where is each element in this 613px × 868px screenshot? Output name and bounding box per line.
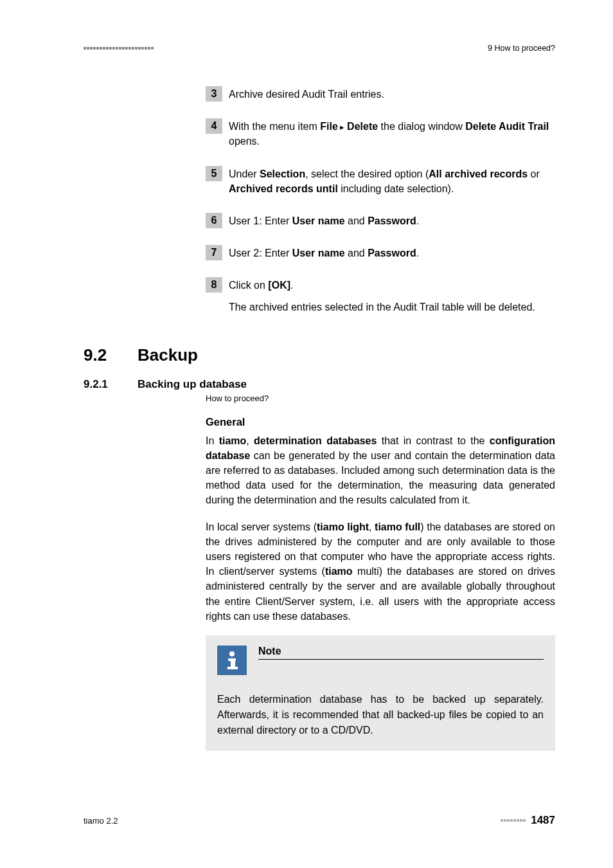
- step-number: 5: [206, 166, 222, 181]
- step-7: 7 User 2: Enter User name and Password.: [206, 245, 555, 260]
- note-box: Note Each determination database has to …: [206, 635, 555, 751]
- general-paragraph-2: In local server systems (tiamo light, ti…: [206, 520, 555, 624]
- step-number: 3: [206, 86, 222, 102]
- svg-rect-3: [227, 667, 238, 669]
- note-body: Each determination database has to be ba…: [217, 692, 544, 738]
- step-text: Under Selection, select the desired opti…: [229, 166, 555, 196]
- step-3: 3 Archive desired Audit Trail entries.: [206, 86, 555, 102]
- page-number: 1487: [531, 814, 555, 827]
- footer-product: tiamo 2.2: [84, 816, 118, 826]
- general-heading: General: [206, 416, 555, 428]
- section-heading: 9.2 Backup: [84, 345, 555, 365]
- section-title: Backup: [138, 345, 198, 365]
- step-text: User 2: Enter User name and Password.: [229, 245, 419, 260]
- section-number: 9.2: [84, 345, 138, 365]
- subsection-title: Backing up database: [138, 378, 247, 391]
- header-ornament-left: [84, 47, 154, 50]
- subsection-heading: 9.2.1 Backing up database: [84, 378, 555, 391]
- step-text: Click on [OK].: [229, 277, 293, 293]
- step-number: 4: [206, 118, 222, 134]
- step-5: 5 Under Selection, select the desired op…: [206, 166, 555, 196]
- step-number: 7: [206, 245, 222, 260]
- subsection-number: 9.2.1: [84, 378, 138, 391]
- step-number: 8: [206, 277, 222, 293]
- chapter-label: 9 How to proceed?: [488, 44, 555, 53]
- page-header: 9 How to proceed?: [84, 44, 555, 53]
- svg-rect-2: [231, 658, 235, 668]
- page-footer: tiamo 2.2 1487: [84, 814, 555, 827]
- svg-point-0: [229, 651, 235, 656]
- note-title: Note: [258, 646, 544, 660]
- step-text: User 1: Enter User name and Password.: [229, 213, 419, 228]
- step-text: Archive desired Audit Trail entries.: [229, 86, 384, 102]
- breadcrumb: How to proceed?: [206, 393, 555, 403]
- step-number: 6: [206, 213, 222, 228]
- step-6: 6 User 1: Enter User name and Password.: [206, 213, 555, 228]
- step-4: 4 With the menu item File ▸ Delete the d…: [206, 118, 555, 149]
- info-icon: [217, 646, 247, 675]
- footer-ornament-dots: [501, 819, 526, 822]
- step-text: With the menu item File ▸ Delete the dia…: [229, 118, 555, 149]
- general-paragraph-1: In tiamo, determination databases that i…: [206, 433, 555, 508]
- step-8: 8 Click on [OK].: [206, 277, 555, 293]
- step-8-result: The archived entries selected in the Aud…: [229, 300, 555, 314]
